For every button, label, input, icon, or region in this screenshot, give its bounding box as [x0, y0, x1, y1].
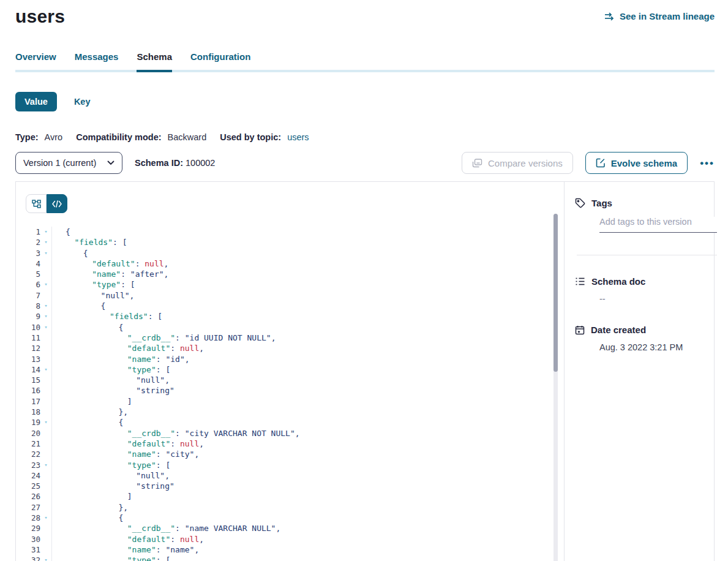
editor-scrollbar-track[interactable]	[554, 214, 558, 561]
line-number: 29	[16, 523, 40, 533]
code-text: },	[52, 502, 564, 513]
fold-spacer	[40, 269, 52, 279]
used-by-topic-label: Used by topic:	[220, 132, 281, 142]
fold-toggle-icon[interactable]: ▾	[40, 322, 52, 333]
fold-spacer	[40, 439, 52, 449]
fold-toggle-icon[interactable]: ▾	[40, 279, 52, 290]
tree-view-button[interactable]	[26, 194, 47, 213]
schema-doc-section: Schema doc --	[575, 276, 717, 304]
fold-toggle-icon[interactable]: ▾	[40, 311, 52, 322]
tab-overview[interactable]: Overview	[15, 51, 56, 72]
compare-versions-label: Compare versions	[488, 158, 563, 168]
code-line: 31"name": "name",	[16, 544, 564, 555]
line-number: 23	[16, 460, 40, 470]
fold-spacer	[40, 396, 52, 407]
code-view-button[interactable]	[47, 194, 67, 213]
code-line: 21"default": null,	[16, 439, 564, 449]
line-number: 3	[16, 248, 40, 258]
date-created-section: Date created Aug. 3 2022 3:21 PM	[575, 325, 717, 352]
schema-doc-heading-row: Schema doc	[575, 276, 717, 287]
line-number: 9	[16, 311, 40, 322]
fold-toggle-icon[interactable]: ▾	[40, 417, 52, 427]
tab-configuration[interactable]: Configuration	[190, 51, 250, 72]
fold-spacer	[40, 290, 52, 301]
line-number: 21	[16, 439, 40, 449]
line-number: 22	[16, 449, 40, 459]
line-number: 6	[16, 279, 40, 290]
line-number: 12	[16, 343, 40, 353]
evolve-schema-button[interactable]: Evolve schema	[585, 152, 688, 174]
code-text: ]	[52, 491, 564, 502]
fold-spacer	[40, 470, 52, 481]
tags-heading-row: Tags	[575, 198, 717, 208]
fold-toggle-icon[interactable]: ▾	[40, 248, 52, 258]
code-text: "default": null,	[52, 439, 564, 449]
code-text: "null",	[52, 375, 564, 385]
fold-toggle-icon[interactable]: ▾	[40, 301, 52, 311]
code-text: {	[52, 513, 564, 523]
code-text: "name": "city",	[52, 449, 564, 459]
edit-icon	[596, 158, 606, 168]
fold-spacer	[40, 534, 52, 544]
value-toggle-button[interactable]: Value	[15, 92, 57, 111]
line-number: 13	[16, 354, 40, 364]
line-number: 15	[16, 375, 40, 385]
fold-toggle-icon[interactable]: ▾	[40, 513, 52, 523]
chevron-down-icon	[107, 160, 114, 165]
evolve-schema-label: Evolve schema	[611, 158, 677, 168]
code-text: {	[52, 322, 564, 333]
line-number: 5	[16, 269, 40, 279]
line-number: 24	[16, 470, 40, 481]
code-text: "default": null,	[52, 258, 564, 269]
line-number: 11	[16, 333, 40, 343]
code-text: {	[52, 227, 564, 237]
code-line: 14▾"type": [	[16, 364, 564, 375]
schema-code-editor: 1▾{2▾"fields": [3▾{4"default": null,5"na…	[16, 182, 564, 561]
used-by-topic-link[interactable]: users	[287, 132, 309, 142]
tab-schema[interactable]: Schema	[137, 51, 172, 72]
line-number: 27	[16, 502, 40, 513]
see-in-stream-lineage-link[interactable]: See in Stream lineage	[604, 11, 715, 21]
fold-spacer	[40, 481, 52, 491]
version-select[interactable]: Version 1 (current)	[15, 152, 122, 174]
code-line: 18},	[16, 407, 564, 417]
schema-controls-row: Version 1 (current) Schema ID: 100002	[15, 152, 715, 174]
line-number: 25	[16, 481, 40, 491]
tag-icon	[575, 198, 585, 208]
code-line: 20"__crdb__": "city VARCHAR NOT NULL",	[16, 428, 564, 439]
code-line: 32▾"type": [	[16, 555, 564, 561]
code-line: 28▾{	[16, 513, 564, 523]
code-text: "type": [	[52, 364, 564, 375]
fold-toggle-icon[interactable]: ▾	[40, 364, 52, 375]
editor-scrollbar-thumb[interactable]	[554, 214, 558, 372]
fold-toggle-icon[interactable]: ▾	[40, 227, 52, 237]
line-number: 17	[16, 396, 40, 407]
fold-toggle-icon[interactable]: ▾	[40, 555, 52, 561]
tab-messages[interactable]: Messages	[75, 51, 119, 72]
see-in-stream-lineage-label: See in Stream lineage	[620, 11, 715, 21]
line-number: 30	[16, 534, 40, 544]
code-line: 26]	[16, 491, 564, 502]
schema-id-value: 100002	[186, 158, 215, 168]
fold-toggle-icon[interactable]: ▾	[40, 237, 52, 247]
code-text: "string"	[52, 385, 564, 396]
compare-versions-button[interactable]: Compare versions	[462, 152, 573, 174]
code-view-icon	[52, 200, 62, 208]
code-text: "type": [	[52, 555, 564, 561]
line-number: 16	[16, 385, 40, 396]
type-label: Type:	[15, 132, 39, 142]
fold-spacer	[40, 258, 52, 269]
tabs-container: OverviewMessagesSchemaConfiguration	[15, 51, 715, 72]
code-line: 3▾{	[16, 248, 564, 258]
code-text: "name": "name",	[52, 544, 564, 555]
fold-spacer	[40, 502, 52, 513]
fold-toggle-icon[interactable]: ▾	[40, 460, 52, 470]
editor-view-toggle	[26, 194, 67, 213]
line-number: 7	[16, 290, 40, 301]
more-options-button[interactable]: •••	[700, 158, 715, 168]
key-toggle-button[interactable]: Key	[74, 97, 91, 107]
calendar-add-icon	[575, 325, 585, 335]
fold-spacer	[40, 333, 52, 343]
code-line: 5"name": "after",	[16, 269, 564, 279]
add-tags-input[interactable]	[599, 217, 717, 233]
